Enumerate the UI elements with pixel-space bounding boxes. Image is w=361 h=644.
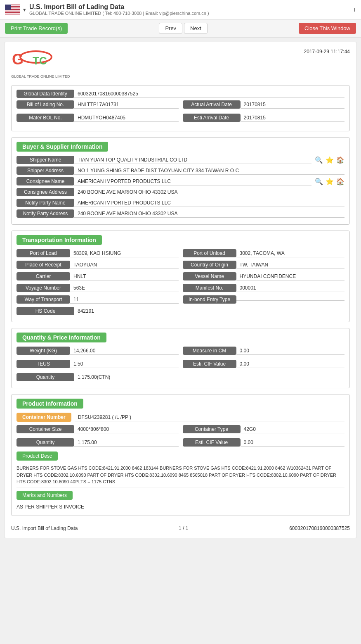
doc-datetime: 2017-09-29 11:17:44 [304, 49, 350, 55]
app-title-area: U.S. Import Bill of Lading Data GLOBAL T… [29, 3, 209, 16]
product-esti-cif-label: Esti. CIF Value [183, 438, 241, 447]
product-qty-cif-group: Quantity 1,175.00 Esti. CIF Value 0.00 [17, 438, 344, 449]
top-bar: ▾ U.S. Import Bill of Lading Data GLOBAL… [0, 0, 361, 19]
voyage-number-row: Voyage Number 563E [17, 284, 179, 292]
us-flag-icon [5, 5, 20, 14]
port-of-unload-value: 3002, TACOMA, WA [236, 250, 345, 257]
doc-footer: U.S. Import Bill of Lading Data 1 / 1 60… [11, 522, 350, 531]
port-of-unload-row: Port of Unload 3002, TACOMA, WA [183, 249, 345, 257]
product-quantity-value: 1,175.00 [74, 439, 179, 447]
carrier-value: HNLT [70, 273, 179, 280]
buyer-supplier-box: Buyer & Supplier Information Shipper Nam… [11, 137, 350, 225]
container-size-label: Container Size [17, 425, 74, 433]
container-number-row: Container Number DFSU4239281 ( /L /PP ) [17, 413, 344, 422]
global-data-identity-row: Global Data Identity 6003201708160000387… [17, 90, 344, 98]
consignee-name-row: Consignee Name AMERICAN IMPORTED PRODUCT… [17, 177, 344, 185]
measure-in-cm-row: Measure in CM 0.00 [183, 347, 345, 355]
actual-arrival-date-label: Actual Arrival Date [183, 100, 241, 109]
carrier-label: Carrier [17, 272, 70, 280]
manifest-no-value: 000001 [236, 284, 345, 292]
svg-rect-5 [5, 12, 20, 12]
consignee-address-label: Consignee Address [17, 188, 74, 196]
shipper-star-icon[interactable]: ⭐ [326, 156, 334, 164]
master-bol-value: HDMUTYOH0487405 [74, 114, 179, 122]
product-quantity-row: Quantity 1,175.00 [17, 438, 179, 447]
esti-cif-value: 0.00 [236, 360, 345, 368]
flag-dropdown-icon[interactable]: ▾ [23, 7, 26, 13]
place-of-receipt-label: Place of Receipt [17, 261, 70, 269]
shipper-address-value: NO 1 YUNG SHING ST BADE DIST TAOYUAN CIT… [74, 167, 344, 175]
product-desc-button[interactable]: Product Desc [17, 452, 58, 461]
container-number-button[interactable]: Container Number [17, 413, 71, 422]
svg-rect-6 [5, 13, 20, 14]
hs-code-label: HS Code [17, 307, 74, 315]
master-bol-row: Mater BOL No. HDMUTYOH0487405 [17, 114, 179, 122]
transportation-title: Transportation Information [17, 235, 102, 245]
esti-cif-row: Esti. CIF Value 0.00 [183, 360, 345, 368]
way-inbond-row-group: Way of Transport 11 In-bond Entry Type [17, 295, 344, 304]
inbond-entry-type-label: In-bond Entry Type [183, 295, 236, 304]
voyage-number-value: 563E [70, 284, 179, 292]
consignee-star-icon[interactable]: ⭐ [326, 178, 334, 185]
logo-subtitle: GLOBAL TRADE ONLINE LIMITED [11, 74, 70, 78]
quantity-value: 1,175.00(CTN) [74, 373, 157, 381]
bill-of-lading-value: HNLTTP17A01731 [74, 101, 179, 109]
consignee-search-icon[interactable]: 🔍 [315, 178, 323, 185]
close-window-button[interactable]: Close This Window [299, 23, 356, 34]
quantity-label: Quantity [17, 373, 74, 381]
shipper-name-label: Shipper Name [17, 156, 74, 164]
hs-code-value: 842191 [74, 307, 157, 315]
vessel-name-label: Vessel Name [183, 272, 236, 280]
shipper-search-icon[interactable]: 🔍 [315, 156, 323, 164]
footer-right-text: 6003201708160000387525 [289, 525, 350, 531]
shipper-home-icon[interactable]: 🏠 [336, 156, 344, 164]
port-of-load-row: Port of Load 58309, KAO HSIUNG [17, 249, 179, 257]
place-of-receipt-row: Place of Receipt TAOYUAN [17, 261, 179, 269]
consignee-address-row: Consignee Address 240 BOONE AVE MARION O… [17, 188, 344, 196]
shipper-address-row: Shipper Address NO 1 YUNG SHING ST BADE … [17, 166, 344, 175]
port-row-group: Port of Load 58309, KAO HSIUNG Port of U… [17, 249, 344, 258]
notify-party-address-value: 240 BOONE AVE MARION OHIO 43302 USA [74, 210, 344, 218]
top-bar-right-text: T [353, 7, 356, 13]
container-size-type-group: Container Size 4000*806*800 Container Ty… [17, 425, 344, 436]
esti-arrival-date-row: Esti Arrival Date 20170815 [183, 114, 345, 122]
shipper-address-label: Shipper Address [17, 166, 74, 175]
actual-arrival-date-value: 20170815 [241, 101, 345, 109]
esti-arrival-date-label: Esti Arrival Date [183, 114, 241, 122]
buyer-supplier-title: Buyer & Supplier Information [17, 142, 108, 152]
prev-button[interactable]: Prev [159, 23, 182, 34]
doc-header: G TC GLOBAL TRADE ONLINE LIMITED 2017-09… [11, 49, 350, 78]
master-bol-row-group: Mater BOL No. HDMUTYOH0487405 Esti Arriv… [17, 114, 344, 124]
way-of-transport-label: Way of Transport [17, 295, 70, 304]
consignee-home-icon[interactable]: 🏠 [336, 178, 344, 185]
place-of-receipt-value: TAOYUAN [70, 261, 179, 269]
top-bar-left: ▾ U.S. Import Bill of Lading Data GLOBAL… [5, 3, 209, 16]
teus-label: TEUS [17, 360, 70, 368]
place-receipt-row-group: Place of Receipt TAOYUAN Country of Orig… [17, 261, 344, 270]
shipper-name-row: Shipper Name TIAN YUAN TOP QUALITY INDUS… [17, 156, 344, 164]
teus-row: TEUS 1.50 [17, 360, 179, 368]
shipper-name-value: TIAN YUAN TOP QUALITY INDUSTRIAL CO LTD [74, 156, 311, 164]
container-size-value: 4000*806*800 [74, 425, 179, 433]
marks-and-numbers-button[interactable]: Marks and Numbers [17, 491, 73, 500]
main-content: G TC GLOBAL TRADE ONLINE LIMITED 2017-09… [4, 42, 357, 538]
country-of-origin-value: TW, TAIWAN [236, 261, 345, 269]
logo-area: G TC GLOBAL TRADE ONLINE LIMITED [11, 49, 70, 78]
shipper-action-icons: 🔍 ⭐ 🏠 [315, 156, 344, 164]
voyage-number-label: Voyage Number [17, 284, 70, 292]
port-of-load-label: Port of Load [17, 249, 70, 257]
notify-party-name-value: AMERICAN IMPORTED PRODUCTS LLC [74, 199, 344, 207]
bill-of-lading-label: Bill of Lading No. [17, 100, 74, 109]
weight-measure-row-group: Weight (KG) 14,266.00 Measure in CM 0.00 [17, 347, 344, 357]
next-button[interactable]: Next [184, 23, 208, 34]
footer-pagination: 1 / 1 [179, 525, 188, 531]
quantity-price-box: Quantity & Price Information Weight (KG)… [11, 328, 350, 388]
actual-arrival-date-row: Actual Arrival Date 20170815 [183, 100, 345, 109]
product-esti-cif-value: 0.00 [241, 439, 345, 447]
app-subtitle: GLOBAL TRADE ONLINE LIMITED ( Tel: 400-7… [29, 11, 209, 16]
teus-cif-row-group: TEUS 1.50 Esti. CIF Value 0.00 [17, 360, 344, 371]
print-button[interactable]: Print Trade Record(s) [5, 23, 68, 34]
consignee-action-icons: 🔍 ⭐ 🏠 [315, 178, 344, 185]
voyage-manifest-row-group: Voyage Number 563E Manifest No. 000001 [17, 284, 344, 293]
footer-left-text: U.S. Import Bill of Lading Data [11, 525, 78, 531]
